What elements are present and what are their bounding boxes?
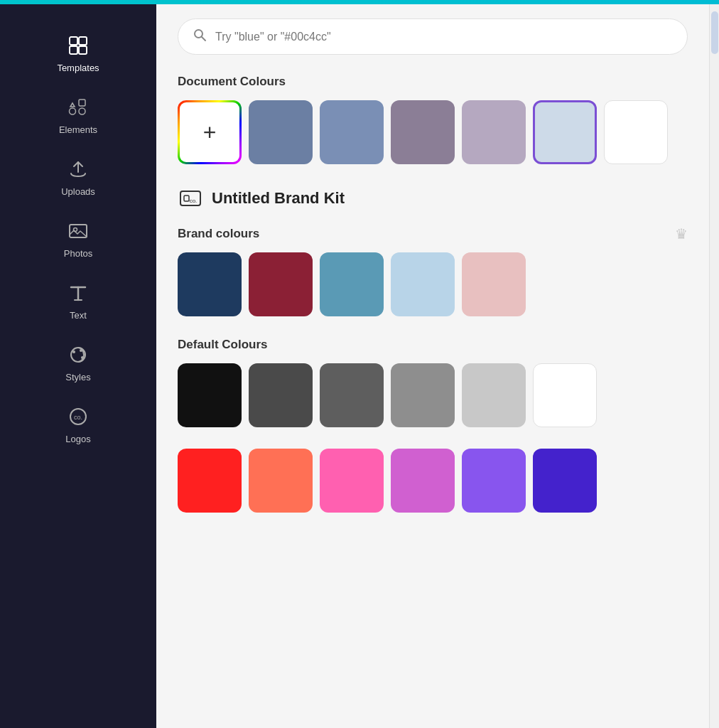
sidebar-label-templates: Templates <box>57 63 99 73</box>
sidebar-item-uploads[interactable]: Uploads <box>0 145 156 207</box>
scrollbar[interactable] <box>709 4 719 728</box>
svg-point-11 <box>81 356 84 359</box>
default-colours-row1 <box>178 363 688 427</box>
sidebar-label-elements: Elements <box>59 124 97 135</box>
default-colours-row2 <box>178 449 688 513</box>
brand-swatch-3[interactable] <box>320 252 384 316</box>
uploads-icon <box>65 156 91 182</box>
svg-point-9 <box>72 350 75 353</box>
svg-point-10 <box>80 349 82 352</box>
svg-text:co.: co. <box>190 198 198 204</box>
brand-swatch-2[interactable] <box>249 252 313 316</box>
default-colours-section: Default Colours <box>178 338 688 513</box>
sidebar-label-photos: Photos <box>64 248 92 259</box>
brand-colours-title: Brand colours <box>178 227 259 241</box>
svg-rect-5 <box>79 108 85 114</box>
sidebar-item-elements[interactable]: Elements <box>0 83 156 145</box>
default-swatch-dark-purple[interactable] <box>533 449 597 513</box>
app-container: Templates Elements <box>0 0 719 728</box>
doc-swatch-2[interactable] <box>320 100 384 164</box>
doc-swatch-6-white[interactable] <box>604 100 668 164</box>
default-swatch-orange[interactable] <box>249 449 313 513</box>
svg-rect-0 <box>70 37 77 45</box>
default-swatch-black[interactable] <box>178 363 242 427</box>
sidebar-label-uploads: Uploads <box>61 186 95 197</box>
doc-swatch-5-selected[interactable] <box>533 100 597 164</box>
main-content: Document Colours + co. <box>156 4 709 728</box>
default-swatch-white[interactable] <box>533 363 597 427</box>
sidebar-item-logos[interactable]: co. Logos <box>0 392 156 454</box>
default-swatch-medgray[interactable] <box>391 363 455 427</box>
brand-kit-icon: co. <box>178 186 203 211</box>
styles-icon <box>65 342 91 368</box>
search-bar <box>178 18 688 55</box>
crown-icon: ♛ <box>675 225 688 242</box>
templates-icon <box>65 33 91 58</box>
svg-rect-1 <box>79 37 87 45</box>
scrollbar-thumb <box>711 11 718 54</box>
elements-icon <box>65 95 91 120</box>
brand-kit-title: Untitled Brand Kit <box>212 189 345 208</box>
sidebar-label-logos: Logos <box>65 434 90 444</box>
document-colours-section: Document Colours + <box>178 75 688 164</box>
sidebar-label-text: Text <box>70 310 87 321</box>
doc-swatch-1[interactable] <box>249 100 313 164</box>
default-swatch-purple-light[interactable] <box>391 449 455 513</box>
default-swatch-darkgray[interactable] <box>249 363 313 427</box>
default-swatch-gray[interactable] <box>320 363 384 427</box>
svg-rect-16 <box>184 196 189 201</box>
doc-swatch-3[interactable] <box>391 100 455 164</box>
default-swatch-red[interactable] <box>178 449 242 513</box>
sidebar-item-templates[interactable]: Templates <box>0 21 156 83</box>
sidebar-item-photos[interactable]: Photos <box>0 207 156 269</box>
svg-rect-4 <box>79 100 85 106</box>
search-icon <box>193 28 207 46</box>
default-swatch-purple[interactable] <box>462 449 526 513</box>
brand-swatch-4[interactable] <box>391 252 455 316</box>
sidebar: Templates Elements <box>0 0 156 728</box>
doc-swatch-4[interactable] <box>462 100 526 164</box>
sidebar-item-styles[interactable]: Styles <box>0 331 156 392</box>
search-input[interactable] <box>215 31 673 43</box>
brand-swatch-1[interactable] <box>178 252 242 316</box>
svg-rect-3 <box>79 46 87 54</box>
brand-colours-grid <box>178 252 688 316</box>
svg-rect-6 <box>70 225 87 237</box>
logos-icon: co. <box>65 404 91 429</box>
document-colours-grid: + <box>178 100 688 164</box>
svg-text:co.: co. <box>74 414 82 421</box>
top-accent-bar <box>0 0 719 4</box>
brand-colours-header: Brand colours ♛ <box>178 225 688 242</box>
brand-swatch-5[interactable] <box>462 252 526 316</box>
text-icon <box>65 280 91 306</box>
svg-rect-2 <box>70 46 77 54</box>
sidebar-item-text[interactable]: Text <box>0 269 156 331</box>
document-colours-title: Document Colours <box>178 75 688 89</box>
add-colour-swatch[interactable]: + <box>178 100 242 164</box>
default-swatch-pink[interactable] <box>320 449 384 513</box>
photos-icon <box>65 218 91 244</box>
default-swatch-lightgray[interactable] <box>462 363 526 427</box>
sidebar-label-styles: Styles <box>65 372 90 382</box>
default-colours-title: Default Colours <box>178 338 688 352</box>
brand-kit-section: co. Untitled Brand Kit Brand colours ♛ <box>178 186 688 316</box>
brand-kit-header: co. Untitled Brand Kit <box>178 186 688 211</box>
